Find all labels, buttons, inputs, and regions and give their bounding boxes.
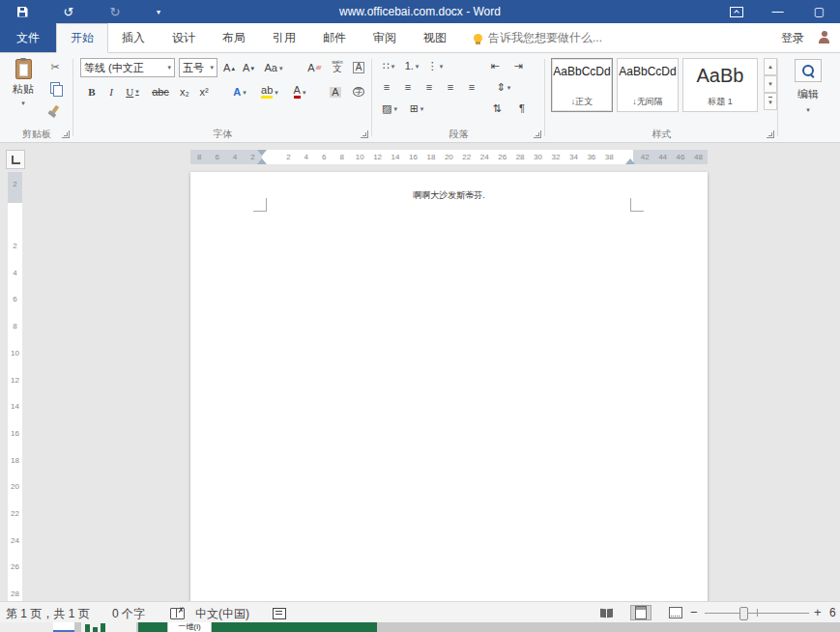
tab-view[interactable]: 视图	[410, 23, 460, 52]
styles-gallery-up-button[interactable]: ▴	[764, 58, 777, 75]
grow-font-button[interactable]: A▴	[220, 59, 238, 76]
read-mode-button[interactable]	[595, 605, 617, 620]
clear-formatting-button[interactable]: A	[304, 59, 325, 76]
tab-stop-selector[interactable]	[6, 150, 25, 169]
find-button[interactable]	[795, 59, 822, 82]
underline-button[interactable]: U▾	[122, 83, 143, 101]
styles-dialog-launcher[interactable]	[766, 129, 775, 139]
tab-design[interactable]: 设计	[159, 23, 209, 52]
superscript-button[interactable]: x²	[195, 83, 213, 101]
show-hide-marks-button[interactable]: ¶	[513, 100, 531, 117]
ribbon-tab-row: 文件 开始 插入 设计 布局 引用 邮件 审阅 视图 告诉我您想要做什么... …	[0, 23, 840, 53]
bullets-button[interactable]: ∷▾	[378, 57, 399, 74]
strikethrough-button[interactable]: abc	[149, 83, 172, 101]
bold-button[interactable]: B	[83, 83, 101, 101]
subscript-button[interactable]: x₂	[176, 83, 193, 101]
zoom-in-button[interactable]: +	[814, 605, 822, 619]
clipboard-dialog-launcher[interactable]	[61, 129, 71, 139]
enclose-characters-button[interactable]: 字	[350, 83, 367, 101]
style-heading-1[interactable]: AaBb 标题 1	[682, 58, 758, 112]
change-case-button[interactable]: Aa▾	[259, 59, 288, 76]
language-status[interactable]: 中文(中国)	[195, 606, 249, 622]
sign-in-link[interactable]: 登录	[781, 30, 804, 46]
left-indent-marker[interactable]	[257, 158, 267, 164]
character-border-button[interactable]: A	[350, 59, 367, 76]
dialog-launcher-icon	[534, 130, 541, 138]
tab-layout[interactable]: 布局	[209, 23, 259, 52]
styles-gallery-more-button[interactable]: ▾	[764, 93, 777, 110]
tab-review[interactable]: 审阅	[360, 23, 410, 52]
zoom-percentage[interactable]: 6	[829, 606, 836, 619]
font-dialog-launcher[interactable]	[360, 129, 369, 139]
editing-label: 编辑	[797, 87, 819, 101]
horizontal-ruler: 8642246810121416182022242628303234363842…	[190, 150, 708, 164]
decrease-indent-button[interactable]: ⇤	[486, 57, 504, 74]
right-indent-marker[interactable]	[625, 158, 635, 164]
eraser-icon	[315, 66, 321, 70]
person-icon[interactable]	[818, 31, 830, 44]
word-count-status[interactable]: 0 个字	[112, 606, 145, 622]
ribbon-display-options-button[interactable]	[715, 0, 757, 23]
tab-stop-icon	[12, 156, 20, 164]
borders-button[interactable]: ⊞▾	[405, 100, 428, 117]
character-shading-button[interactable]: A	[327, 83, 344, 101]
highlight-icon: ab	[261, 85, 273, 99]
proofing-errors-icon[interactable]	[170, 608, 185, 619]
phonetic-guide-button[interactable]: wén文	[329, 57, 346, 74]
font-color-button[interactable]: A▾	[288, 83, 311, 101]
document-page[interactable]: 啊啊大沙发斯蒂芬.	[190, 172, 708, 622]
zoom-slider-handle[interactable]	[739, 607, 748, 620]
tell-me-box[interactable]: 告诉我您想要做什么...	[474, 23, 602, 52]
chevron-down-icon: ▾	[420, 105, 424, 112]
zoom-out-button[interactable]: −	[690, 605, 698, 619]
tab-insert[interactable]: 插入	[108, 23, 159, 52]
line-spacing-button[interactable]: ⇕▾	[492, 78, 515, 96]
style-normal[interactable]: AaBbCcDd ↓正文	[551, 58, 613, 112]
text-effects-button[interactable]: A▾	[228, 83, 251, 101]
style-no-spacing[interactable]: AaBbCcDd ↓无间隔	[617, 58, 679, 112]
first-line-indent-marker[interactable]	[257, 150, 267, 156]
justify-button[interactable]: ≡	[442, 78, 459, 96]
font-size-combobox[interactable]: 五号 ▾	[179, 58, 217, 77]
print-layout-button[interactable]	[630, 605, 652, 620]
tab-references[interactable]: 引用	[259, 23, 309, 52]
web-layout-button[interactable]	[665, 605, 686, 620]
zoom-slider-track[interactable]	[705, 613, 809, 614]
fragment-menu-item[interactable]: 一维(I)	[168, 622, 211, 632]
italic-button[interactable]: I	[104, 83, 118, 101]
ruler-number: 10	[8, 349, 22, 358]
ruler-number: 44	[653, 150, 671, 164]
tab-home[interactable]: 开始	[56, 23, 108, 53]
distribute-button[interactable]: ≡	[463, 78, 480, 96]
cut-button[interactable]: ✂	[46, 59, 64, 74]
format-painter-button[interactable]	[46, 101, 64, 117]
tab-file[interactable]: 文件	[0, 23, 56, 52]
font-family-combobox[interactable]: 等线 (中文正 ▾	[80, 58, 175, 77]
text-highlight-button[interactable]: ab▾	[257, 83, 282, 101]
numbering-button[interactable]: 1.▾	[401, 57, 422, 74]
styles-gallery-down-button[interactable]: ▾	[764, 75, 777, 93]
sort-button[interactable]: ⇅	[488, 100, 506, 117]
minimize-button[interactable]: —	[757, 0, 798, 23]
align-center-button[interactable]: ≡	[399, 78, 417, 96]
maximize-button[interactable]: ▢	[798, 0, 840, 23]
ime-mode-icon[interactable]	[273, 608, 286, 619]
multilevel-list-button[interactable]: ⋮▾	[424, 57, 446, 74]
print-layout-icon	[635, 606, 647, 619]
copy-button[interactable]	[46, 80, 64, 96]
paste-button[interactable]: 粘贴 ▾	[7, 59, 40, 129]
shading-button[interactable]: ▨▾	[378, 100, 401, 117]
shrink-font-button[interactable]: A▾	[240, 59, 257, 76]
tab-mailings[interactable]: 邮件	[309, 23, 360, 52]
ruler-number: 14	[387, 150, 404, 164]
paste-clipboard-icon	[15, 59, 32, 79]
ruler-number: 26	[493, 150, 510, 164]
align-left-button[interactable]: ≡	[378, 78, 395, 96]
fragment-chart-icons	[81, 622, 136, 632]
ruler-number: 24	[476, 150, 493, 164]
paragraph-dialog-launcher[interactable]	[533, 129, 542, 139]
page-number-status[interactable]: 第 1 页，共 1 页	[6, 606, 90, 622]
align-right-button[interactable]: ≡	[420, 78, 438, 96]
increase-indent-button[interactable]: ⇥	[509, 57, 527, 74]
editing-group-button[interactable]: 编辑 ▾	[790, 59, 826, 114]
